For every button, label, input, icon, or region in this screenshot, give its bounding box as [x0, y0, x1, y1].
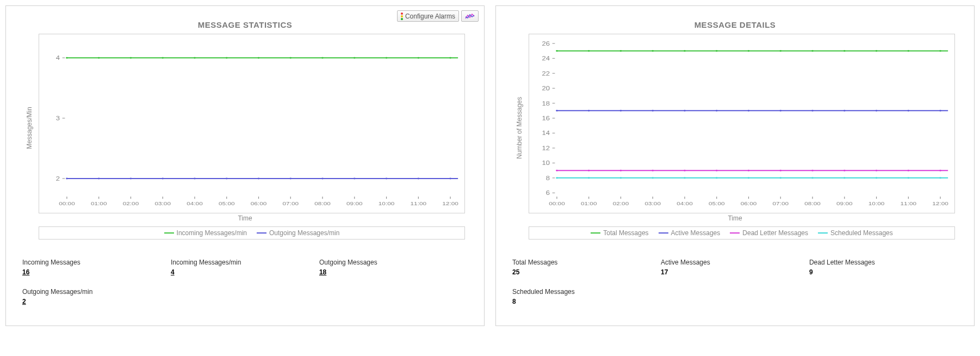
svg-point-50 [226, 177, 228, 179]
svg-text:09:00: 09:00 [346, 200, 363, 206]
svg-point-48 [162, 177, 164, 179]
svg-point-130 [908, 110, 910, 112]
legend-item[interactable]: Active Messages [659, 229, 721, 237]
stat-item: Incoming Messages/min 4 [171, 259, 319, 276]
svg-point-156 [908, 177, 910, 179]
stat-item: Incoming Messages 16 [22, 259, 171, 276]
svg-text:02:00: 02:00 [613, 200, 629, 206]
svg-text:24: 24 [542, 55, 550, 62]
legend-label: Total Messages [603, 229, 648, 237]
svg-point-46 [98, 177, 100, 179]
svg-point-122 [652, 110, 654, 112]
svg-text:2: 2 [56, 175, 60, 182]
legend-swatch [730, 232, 740, 234]
stat-value: 17 [661, 268, 809, 276]
svg-point-112 [748, 50, 750, 52]
svg-point-45 [66, 177, 68, 179]
svg-text:14: 14 [542, 130, 550, 137]
legend-label: Incoming Messages/min [177, 229, 247, 237]
svg-text:00:00: 00:00 [549, 200, 565, 206]
svg-point-56 [418, 177, 420, 179]
svg-point-137 [716, 170, 718, 171]
stat-item: Outgoing Messages/min 2 [22, 288, 171, 305]
svg-point-121 [620, 110, 622, 112]
svg-point-114 [811, 50, 814, 52]
legend-label: Outgoing Messages/min [269, 229, 339, 237]
svg-point-147 [620, 177, 622, 179]
svg-point-41 [353, 57, 356, 59]
svg-text:08:00: 08:00 [314, 200, 331, 206]
svg-point-143 [908, 170, 910, 171]
svg-point-115 [843, 50, 846, 52]
svg-text:8: 8 [546, 175, 550, 182]
svg-point-39 [289, 57, 291, 59]
svg-point-57 [449, 177, 451, 179]
svg-point-110 [684, 50, 686, 52]
legend-right: Total Messages Active Messages Dead Lett… [529, 226, 955, 240]
svg-point-36 [194, 57, 196, 59]
legend-item[interactable]: Outgoing Messages/min [257, 229, 339, 237]
svg-text:06:00: 06:00 [741, 200, 757, 206]
stats-left: Incoming Messages 16 Incoming Messages/m… [14, 259, 476, 317]
stat-label: Outgoing Messages [319, 259, 468, 266]
x-axis-label: Time [14, 214, 476, 222]
svg-point-116 [876, 50, 878, 52]
svg-point-131 [939, 110, 941, 112]
configure-alarms-label: Configure Alarms [405, 13, 455, 20]
stat-value[interactable]: 16 [22, 268, 171, 276]
svg-point-151 [748, 177, 750, 179]
svg-point-117 [908, 50, 910, 52]
legend-swatch [257, 232, 266, 234]
svg-point-142 [876, 170, 878, 171]
panel-title: MESSAGE DETAILS [504, 20, 966, 29]
svg-text:08:00: 08:00 [804, 200, 821, 206]
legend-item[interactable]: Dead Letter Messages [730, 229, 808, 237]
x-axis-label: Time [504, 214, 966, 222]
svg-text:16: 16 [542, 115, 550, 122]
svg-point-43 [418, 57, 420, 59]
chart-icon [465, 13, 475, 20]
stat-value[interactable]: 18 [319, 268, 468, 276]
legend-label: Scheduled Messages [830, 229, 893, 237]
legend-item[interactable]: Incoming Messages/min [164, 229, 247, 237]
svg-point-125 [748, 110, 750, 112]
stat-value[interactable]: 2 [22, 298, 171, 305]
stat-item: Total Messages 25 [512, 259, 661, 276]
configure-alarms-button[interactable]: Configure Alarms [397, 10, 459, 22]
svg-text:03:00: 03:00 [154, 200, 171, 206]
svg-text:04:00: 04:00 [187, 200, 203, 206]
svg-point-35 [162, 57, 164, 59]
svg-point-126 [779, 110, 781, 112]
svg-point-54 [353, 177, 356, 179]
svg-point-53 [321, 177, 324, 179]
legend-item[interactable]: Total Messages [591, 229, 648, 237]
stat-value: 9 [809, 268, 958, 276]
svg-point-155 [876, 177, 878, 179]
svg-point-146 [588, 177, 590, 179]
svg-point-132 [556, 170, 558, 171]
svg-text:05:00: 05:00 [219, 200, 235, 206]
svg-text:11:00: 11:00 [411, 200, 427, 206]
svg-point-40 [321, 57, 324, 59]
stats-right: Total Messages 25 Active Messages 17 Dea… [504, 259, 966, 317]
svg-text:18: 18 [542, 100, 550, 107]
stat-label: Scheduled Messages [512, 288, 661, 296]
svg-point-47 [130, 177, 132, 179]
svg-text:12:00: 12:00 [932, 200, 948, 206]
svg-point-120 [588, 110, 590, 112]
svg-point-44 [449, 57, 451, 59]
panel-toolbar: Configure Alarms [397, 10, 479, 22]
svg-point-153 [811, 177, 814, 179]
svg-text:6: 6 [546, 189, 550, 197]
legend-item[interactable]: Scheduled Messages [818, 229, 893, 237]
chart-view-button[interactable] [461, 10, 479, 22]
svg-point-51 [258, 177, 260, 179]
stat-value[interactable]: 4 [171, 268, 319, 276]
stat-label: Incoming Messages [22, 259, 171, 266]
svg-text:3: 3 [56, 115, 60, 122]
svg-point-37 [226, 57, 228, 59]
svg-point-34 [130, 57, 132, 59]
svg-point-107 [588, 50, 590, 52]
svg-text:10:00: 10:00 [869, 200, 885, 206]
svg-point-145 [556, 177, 558, 179]
